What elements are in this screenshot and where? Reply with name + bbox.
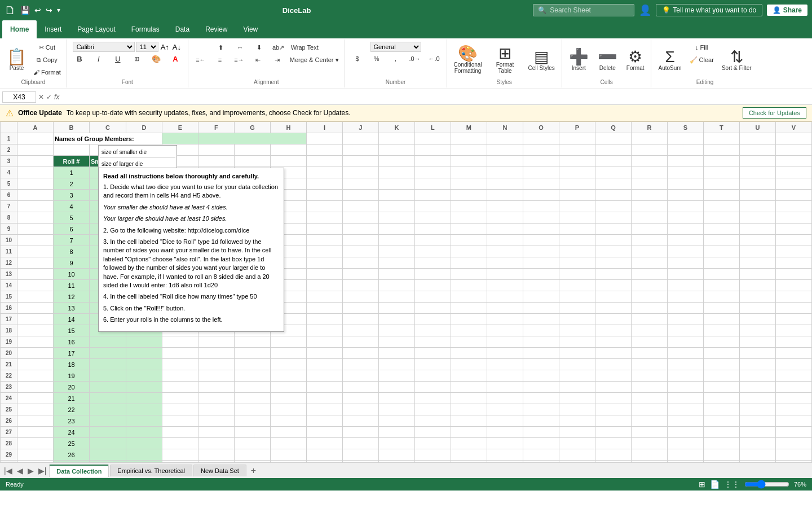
grid-cell[interactable] [451,156,487,167]
grid-cell[interactable] [703,348,739,359]
italic-button[interactable]: I [90,53,108,64]
conditional-formatting-button[interactable]: 🎨 Conditional Formatting [451,42,486,78]
grid-cell[interactable] [306,415,342,427]
grid-cell[interactable] [90,449,126,461]
grid-cell[interactable] [378,314,414,325]
grid-cell[interactable] [523,438,559,449]
grid-cell[interactable] [631,336,667,348]
grid-cell[interactable] [378,178,414,190]
roll-number-cell[interactable]: 23 [54,415,90,427]
grid-cell[interactable] [17,144,54,156]
format-painter-button[interactable]: 🖌 Format [31,67,63,78]
grid-cell[interactable] [342,303,378,314]
grid-cell[interactable] [17,257,54,269]
grid-cell[interactable] [414,325,451,336]
grid-cell[interactable] [487,303,523,314]
grid-cell[interactable] [270,348,306,359]
grid-cell[interactable] [631,269,667,280]
delete-button[interactable]: ➖ Delete [594,42,621,78]
grid-cell[interactable] [775,382,811,393]
roll-number-cell[interactable]: 9 [54,257,90,269]
grid-cell[interactable] [162,370,198,382]
grid-cell[interactable] [17,280,54,291]
grid-cell[interactable] [414,224,451,235]
roll-number-cell[interactable]: 13 [54,303,90,314]
grid-cell[interactable] [487,415,523,427]
roll-number-cell[interactable]: 24 [54,427,90,438]
grid-cell[interactable] [739,438,775,449]
decrease-decimal-btn[interactable]: ←.0 [425,53,443,64]
grid-cell[interactable] [523,201,559,212]
grid-cell[interactable] [17,370,54,382]
fill-button[interactable]: ↓ Fill [687,42,716,53]
grid-cell[interactable] [270,359,306,370]
row-number[interactable]: 6 [1,190,17,201]
grid-cell[interactable] [703,144,739,156]
grid-cell[interactable] [739,427,775,438]
font-color-button[interactable]: A [166,53,184,64]
grid-cell[interactable] [487,280,523,291]
col-header-h[interactable]: H [270,122,306,133]
search-bar[interactable]: 🔍 Search Sheet [533,4,634,16]
grid-cell[interactable] [378,144,414,156]
grid-cell[interactable] [667,246,703,257]
tab-view[interactable]: View [235,20,266,38]
grid-cell[interactable] [667,201,703,212]
grid-cell[interactable] [414,427,451,438]
grid-cell[interactable] [739,291,775,303]
grid-cell[interactable] [414,348,451,359]
grid-cell[interactable] [378,461,414,463]
grid-cell[interactable] [703,167,739,178]
grid-cell[interactable] [703,212,739,224]
grid-cell[interactable] [234,461,270,463]
grid-cell[interactable] [270,438,306,449]
grid-cell[interactable] [414,246,451,257]
grid-cell[interactable] [198,382,234,393]
grid-cell[interactable] [342,427,378,438]
grid-cell[interactable] [234,449,270,461]
grid-cell[interactable] [451,370,487,382]
grid-cell[interactable] [270,427,306,438]
grid-cell[interactable] [342,190,378,201]
grid-cell[interactable] [378,280,414,291]
grid-cell[interactable] [378,224,414,235]
grid-cell[interactable] [451,224,487,235]
grid-cell[interactable] [342,167,378,178]
grid-cell[interactable] [775,167,811,178]
grid-cell[interactable] [703,133,739,144]
grid-cell[interactable] [306,461,342,463]
align-bottom-btn[interactable]: ⬇ [250,42,268,53]
share-button[interactable]: 👤 Share [767,5,807,16]
grid-cell[interactable] [17,303,54,314]
grid-cell[interactable] [378,415,414,427]
grid-cell[interactable] [378,438,414,449]
grid-cell[interactable] [775,303,811,314]
grid-cell[interactable] [306,167,342,178]
grid-cell[interactable] [487,246,523,257]
grid-cell[interactable] [559,336,595,348]
grid-cell[interactable] [739,144,775,156]
grid-cell[interactable] [667,404,703,415]
grid-cell[interactable] [378,348,414,359]
grid-cell[interactable] [775,235,811,246]
grid-cell[interactable] [414,156,451,167]
grid-cell[interactable] [559,167,595,178]
grid-cell[interactable] [523,257,559,269]
grid-cell[interactable] [667,303,703,314]
grid-cell[interactable] [306,280,342,291]
grid-cell[interactable] [739,415,775,427]
grid-cell[interactable] [559,415,595,427]
grid-cell[interactable] [342,393,378,404]
roll-number-cell[interactable]: 16 [54,336,90,348]
grid-cell[interactable] [487,449,523,461]
grid-cell[interactable] [17,167,54,178]
row-number[interactable]: 2 [1,144,17,156]
user-icon[interactable]: 👤 [639,4,651,16]
grid-cell[interactable] [198,415,234,427]
grid-cell[interactable] [414,438,451,449]
grid-cell[interactable] [487,382,523,393]
grid-cell[interactable] [162,336,198,348]
grid-cell[interactable] [306,246,342,257]
grid-cell[interactable] [595,461,631,463]
grid-cell[interactable] [739,224,775,235]
